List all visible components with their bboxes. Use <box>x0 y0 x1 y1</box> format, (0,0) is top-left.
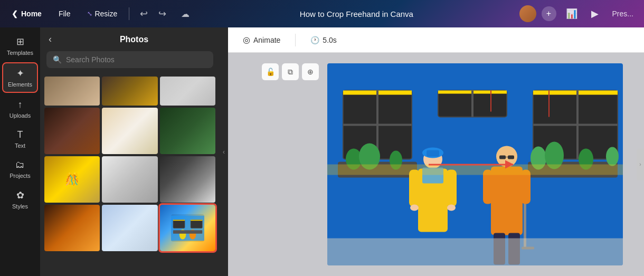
present-label[interactable]: Pres... <box>608 7 638 20</box>
photo-grid: 🎊 <box>40 74 220 276</box>
photo-row-1 <box>44 108 215 154</box>
uploads-icon: ↑ <box>18 99 23 110</box>
chevron-left-icon: ❮ <box>12 9 18 18</box>
svg-rect-15 <box>471 91 473 117</box>
resize-button[interactable]: ⤡ Resize <box>82 6 122 21</box>
document-title: How to Crop Freehand in Canva <box>202 9 510 18</box>
resize-label: Resize <box>94 9 117 18</box>
topbar-right: + 📊 ▶ Pres... <box>519 5 638 22</box>
more-options-button[interactable]: ⊕ <box>302 63 319 80</box>
sidebar-label-elements: Elements <box>8 81 32 88</box>
photo-thumb[interactable] <box>44 205 100 251</box>
topbar: ❮ Home File ⤡ Resize ↩ ↪ ☁ How to Crop F… <box>0 0 644 27</box>
canvas-actions: 🔓 ⧉ ⊕ <box>262 63 319 80</box>
svg-rect-41 <box>499 156 506 159</box>
redo-button[interactable]: ↪ <box>154 6 171 22</box>
photo-thumb[interactable]: 🎊 <box>44 156 100 203</box>
duration-button[interactable]: 🕐 5.0s <box>304 33 343 47</box>
svg-point-39 <box>447 205 456 211</box>
present-icon[interactable]: ▶ <box>587 6 603 22</box>
svg-rect-44 <box>491 167 523 235</box>
sidebar-item-uploads[interactable]: ↑ Uploads <box>2 95 38 123</box>
animate-icon: ◎ <box>243 35 250 45</box>
photos-panel: ‹ Photos 🔍 🎊 <box>40 27 220 276</box>
avatar[interactable] <box>519 5 536 22</box>
sidebar-item-projects[interactable]: 🗂 Projects <box>2 155 38 183</box>
canvas-area: ◎ Animate 🕐 5.0s 🔓 ⧉ ⊕ <box>228 27 644 276</box>
photo-thumb[interactable] <box>160 77 215 106</box>
svg-rect-42 <box>508 156 514 159</box>
sidebar-label-uploads: Uploads <box>10 112 31 119</box>
photo-thumb[interactable] <box>160 108 215 154</box>
clock-icon: 🕐 <box>310 36 319 44</box>
photo-thumb[interactable] <box>160 156 215 203</box>
svg-rect-2 <box>191 220 202 228</box>
chevron-left-icon: ‹ <box>223 148 225 156</box>
resize-icon: ⤡ <box>87 10 92 17</box>
photo-thumb[interactable] <box>44 108 100 154</box>
svg-rect-3 <box>173 220 185 221</box>
cloud-save-button[interactable]: ☁ <box>177 7 194 21</box>
sidebar-label-templates: Templates <box>7 50 33 56</box>
svg-point-30 <box>606 147 619 166</box>
styles-icon: ✿ <box>16 189 24 201</box>
duration-label: 5.0s <box>323 36 336 44</box>
search-input[interactable] <box>66 55 207 64</box>
duplicate-button[interactable]: ⧉ <box>282 63 299 80</box>
sidebar-label-text: Text <box>15 142 25 149</box>
photo-thumb[interactable] <box>102 205 157 251</box>
sidebar-item-elements[interactable]: ✦ Elements <box>2 62 38 93</box>
main-body: ⊞ Templates ✦ Elements ↑ Uploads T Text … <box>0 27 644 276</box>
panel-back-button[interactable]: ‹ <box>49 34 52 45</box>
arrow-annotation <box>429 164 513 165</box>
add-collaborator-button[interactable]: + <box>542 6 556 21</box>
sidebar-item-styles[interactable]: ✿ Styles <box>2 185 38 214</box>
right-scroll-handle[interactable]: › <box>637 149 644 180</box>
photo-thumb[interactable] <box>102 77 157 106</box>
analytics-icon[interactable]: 📊 <box>562 6 582 22</box>
toolbar-separator <box>295 34 296 46</box>
search-icon: 🔍 <box>53 55 62 64</box>
text-icon: T <box>17 129 23 140</box>
photo-thumb-selected[interactable] <box>160 205 215 251</box>
svg-rect-17 <box>533 91 618 95</box>
panel-title: Photos <box>57 35 211 44</box>
sidebar-label-styles: Styles <box>12 203 28 210</box>
canvas-toolbar: ◎ Animate 🕐 5.0s <box>228 27 644 53</box>
svg-rect-53 <box>327 239 623 266</box>
panel-collapse-handle[interactable]: ‹ <box>220 27 228 276</box>
svg-rect-19 <box>533 124 618 126</box>
panel-header: ‹ Photos <box>40 27 220 51</box>
sidebar-label-projects: Projects <box>10 173 31 179</box>
photo-thumb[interactable] <box>102 108 157 154</box>
svg-rect-36 <box>409 170 420 207</box>
canvas-content: 🔓 ⧉ ⊕ <box>228 53 644 276</box>
photo-row-0 <box>44 77 215 106</box>
photo-thumb[interactable] <box>102 156 157 203</box>
lock-button[interactable]: 🔓 <box>262 63 279 80</box>
svg-rect-1 <box>173 220 185 228</box>
home-button[interactable]: ❮ Home <box>6 6 47 21</box>
history-controls: ↩ ↪ <box>136 6 171 22</box>
arrow-line <box>429 164 513 165</box>
file-label: File <box>59 9 71 18</box>
sidebar-item-templates[interactable]: ⊞ Templates <box>2 32 38 60</box>
canvas-background: 🔓 ⧉ ⊕ <box>228 53 644 276</box>
photo-row-3 <box>44 205 215 251</box>
search-box[interactable]: 🔍 <box>46 51 213 68</box>
templates-icon: ⊞ <box>16 36 24 47</box>
svg-rect-12 <box>343 124 412 126</box>
animate-button[interactable]: ◎ Animate <box>236 32 287 48</box>
svg-rect-33 <box>427 150 439 157</box>
svg-rect-37 <box>446 170 457 207</box>
svg-rect-52 <box>327 165 623 175</box>
elements-icon: ✦ <box>16 68 24 79</box>
file-button[interactable]: File <box>53 6 76 21</box>
home-label: Home <box>21 9 42 18</box>
photo-thumb[interactable] <box>44 77 100 106</box>
projects-icon: 🗂 <box>15 159 25 170</box>
sidebar: ⊞ Templates ✦ Elements ↑ Uploads T Text … <box>0 27 40 276</box>
svg-point-38 <box>410 205 419 211</box>
sidebar-item-text[interactable]: T Text <box>2 125 38 153</box>
undo-button[interactable]: ↩ <box>136 6 152 22</box>
